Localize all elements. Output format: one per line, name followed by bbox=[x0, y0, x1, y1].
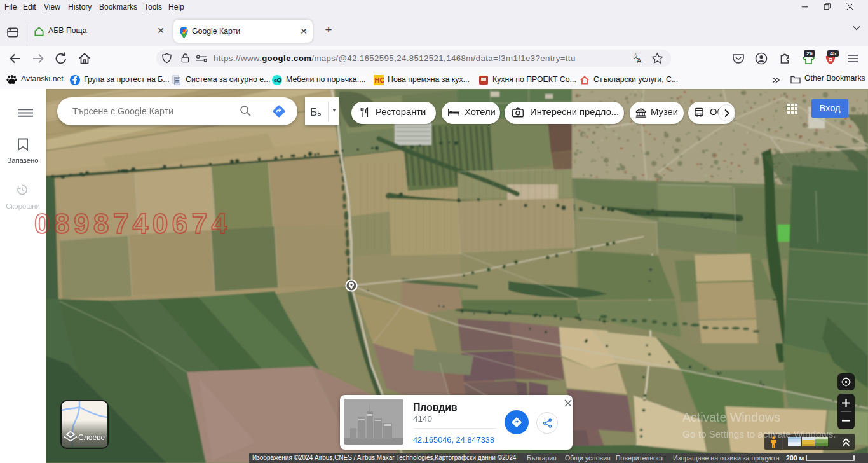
svg-text:M: M bbox=[639, 109, 642, 112]
svg-text:Слоеве: Слоеве bbox=[78, 433, 105, 442]
svg-text:НС: НС bbox=[375, 76, 384, 84]
svg-text:A: A bbox=[637, 57, 641, 64]
